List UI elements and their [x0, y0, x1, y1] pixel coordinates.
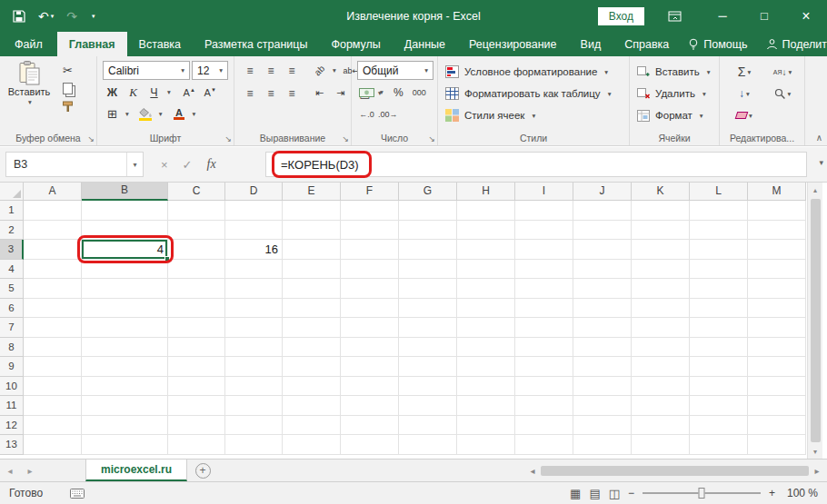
tab-Рецензирование[interactable]: Рецензирование	[457, 32, 569, 56]
cell-styles-button[interactable]: Стили ячеек ▾	[445, 104, 625, 126]
orientation-dropdown-icon[interactable]: ▾	[333, 66, 336, 74]
insert-function-icon[interactable]: fx	[207, 157, 216, 172]
align-middle-icon[interactable]: ≡	[261, 61, 280, 80]
name-box[interactable]: B3 ▾	[5, 152, 144, 177]
cell-F2[interactable]	[341, 221, 399, 241]
fill-button[interactable]: ↓▾	[725, 84, 763, 104]
column-header-M[interactable]: M	[748, 183, 806, 201]
zoom-slider[interactable]	[643, 492, 761, 494]
cell-M1[interactable]	[748, 201, 806, 221]
cell-L13[interactable]	[690, 435, 748, 455]
paste-button[interactable]: Вставить ▾	[5, 61, 53, 113]
cell-I12[interactable]	[515, 416, 573, 436]
cell-G1[interactable]	[399, 201, 457, 221]
cell-M10[interactable]	[748, 377, 806, 397]
bold-button[interactable]: Ж	[103, 83, 122, 102]
cell-I8[interactable]	[515, 338, 573, 358]
cell-K4[interactable]	[632, 260, 690, 280]
cell-D7[interactable]	[225, 318, 283, 338]
cell-J6[interactable]	[573, 299, 632, 319]
cell-M12[interactable]	[748, 416, 806, 436]
cell-B7[interactable]	[82, 318, 168, 338]
cell-A10[interactable]	[24, 377, 82, 397]
tab-Вставка[interactable]: Вставка	[127, 32, 193, 56]
cell-H4[interactable]	[457, 260, 515, 280]
cell-B11[interactable]	[82, 396, 168, 416]
cell-H5[interactable]	[457, 279, 515, 299]
scroll-up-icon[interactable]: ▴	[808, 183, 822, 197]
cell-F11[interactable]	[341, 396, 399, 416]
keyboard-icon[interactable]	[70, 489, 85, 499]
cell-F1[interactable]	[341, 201, 399, 221]
font-color-button[interactable]: А	[170, 104, 189, 124]
zoom-level[interactable]: 100 %	[783, 487, 818, 499]
cell-M11[interactable]	[748, 396, 806, 416]
cell-L6[interactable]	[690, 299, 748, 319]
format-cells-button[interactable]: Формат ▾	[637, 104, 715, 126]
cell-K2[interactable]	[632, 221, 690, 241]
cell-F9[interactable]	[341, 357, 399, 377]
cell-A13[interactable]	[24, 435, 82, 455]
orientation-button[interactable]: ab	[310, 61, 329, 80]
align-left-icon[interactable]: ≡	[240, 84, 259, 103]
cell-K12[interactable]	[632, 416, 690, 436]
vertical-scrollbar[interactable]: ▴ ▾	[807, 183, 822, 459]
cell-I4[interactable]	[515, 260, 573, 280]
column-header-B[interactable]: B	[82, 183, 168, 201]
cell-E6[interactable]	[283, 299, 341, 319]
sheet-tab-microexcel[interactable]: microexcel.ru	[85, 460, 187, 481]
column-header-I[interactable]: I	[515, 183, 573, 201]
cell-H1[interactable]	[457, 201, 515, 221]
cell-B6[interactable]	[82, 299, 168, 319]
cell-H3[interactable]	[457, 240, 515, 260]
sort-filter-button[interactable]: АЯ↓ ▾	[763, 63, 802, 82]
cell-C12[interactable]	[168, 416, 225, 436]
font-size-combo[interactable]: 12▾	[192, 61, 228, 80]
cell-E13[interactable]	[283, 435, 341, 455]
cell-J12[interactable]	[573, 416, 632, 436]
insert-cells-button[interactable]: Вставить ▾	[637, 61, 715, 83]
cell-H6[interactable]	[457, 299, 515, 319]
column-header-K[interactable]: K	[632, 183, 690, 201]
zoom-out-icon[interactable]: −	[628, 487, 634, 499]
cell-H13[interactable]	[457, 435, 515, 455]
cell-I1[interactable]	[515, 201, 573, 221]
row-header-1[interactable]: 1	[0, 201, 24, 221]
cell-G3[interactable]	[399, 240, 457, 260]
cell-A4[interactable]	[24, 260, 82, 280]
sheet-nav-left-icon[interactable]: ◂	[0, 460, 20, 481]
cell-C3[interactable]	[168, 240, 225, 260]
cell-C6[interactable]	[168, 299, 225, 319]
zoom-in-icon[interactable]: +	[769, 487, 775, 499]
cell-J7[interactable]	[573, 318, 632, 338]
format-painter-icon[interactable]	[58, 100, 77, 113]
cell-D9[interactable]	[225, 357, 283, 377]
cell-G13[interactable]	[399, 435, 457, 455]
font-dialog-launcher-icon[interactable]: ↘	[224, 134, 232, 143]
cell-L3[interactable]	[690, 240, 748, 260]
cell-L4[interactable]	[690, 260, 748, 280]
cell-G12[interactable]	[399, 416, 457, 436]
cut-icon[interactable]: ✂	[58, 64, 77, 76]
cell-B5[interactable]	[82, 279, 168, 299]
cell-D3[interactable]: 16	[225, 240, 283, 260]
comma-style-button[interactable]: 000	[410, 83, 429, 102]
cell-J10[interactable]	[573, 377, 632, 397]
cell-B9[interactable]	[82, 357, 168, 377]
cell-J3[interactable]	[573, 240, 632, 260]
cell-A12[interactable]	[24, 416, 82, 436]
clear-button[interactable]: ▾	[725, 106, 763, 125]
borders-button[interactable]: ⊞	[103, 104, 122, 124]
cell-G8[interactable]	[399, 338, 457, 358]
cell-I7[interactable]	[515, 318, 573, 338]
cell-H7[interactable]	[457, 318, 515, 338]
new-sheet-button[interactable]: +	[187, 460, 218, 481]
accounting-format-button[interactable]	[357, 83, 376, 102]
cell-B12[interactable]	[82, 416, 168, 436]
cell-A9[interactable]	[24, 357, 82, 377]
row-header-7[interactable]: 7	[0, 318, 24, 338]
cell-F4[interactable]	[341, 260, 399, 280]
number-format-combo[interactable]: Общий▾	[357, 61, 433, 80]
cell-A7[interactable]	[24, 318, 82, 338]
cell-F3[interactable]	[341, 240, 399, 260]
